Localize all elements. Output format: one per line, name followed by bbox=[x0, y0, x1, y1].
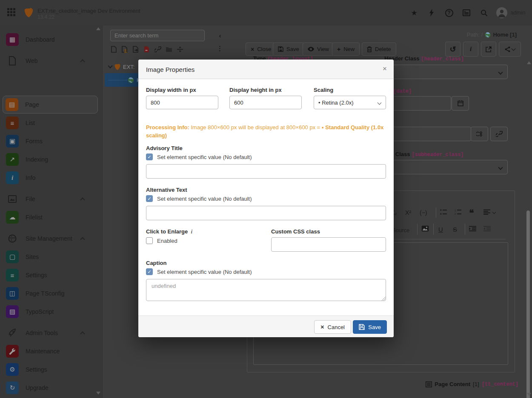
page-info-button[interactable]: i bbox=[463, 42, 478, 57]
new-shortcut-page-icon[interactable] bbox=[132, 45, 139, 53]
folder-icon[interactable] bbox=[166, 45, 172, 53]
rte-underline-button[interactable]: U bbox=[438, 226, 443, 233]
chevron-up-icon[interactable] bbox=[80, 237, 85, 242]
sidebar-section-file[interactable]: File bbox=[3, 190, 99, 208]
display-width-input[interactable] bbox=[146, 96, 218, 109]
rte-alignment-chevron-icon[interactable] bbox=[493, 211, 495, 213]
rte-softhyphen-button[interactable]: (−) bbox=[420, 209, 427, 216]
modal-save-button[interactable]: Save bbox=[353, 320, 387, 334]
link-browse-button[interactable] bbox=[490, 127, 508, 141]
sidebar-item-upgrade[interactable]: ↻ Upgrade bbox=[3, 379, 99, 397]
clear-cache-bolt-icon[interactable] bbox=[426, 7, 437, 18]
path-page[interactable]: Home [1] bbox=[493, 31, 517, 38]
open-new-window-button[interactable] bbox=[481, 42, 496, 57]
advisory-title-input[interactable] bbox=[146, 164, 386, 179]
advisory-title-checkbox[interactable]: ✓ bbox=[146, 154, 153, 160]
tree-expand-chevron-icon[interactable] bbox=[108, 63, 112, 68]
rte-blockquote-button[interactable]: ❝ bbox=[469, 208, 474, 218]
history-button[interactable]: ↺ bbox=[445, 42, 460, 57]
new-button[interactable]: + New bbox=[332, 43, 360, 56]
alternative-text-checkbox[interactable]: ✓ bbox=[146, 195, 153, 202]
custom-css-input[interactable] bbox=[271, 237, 386, 252]
sidebar-item-sites[interactable]: ▢ Sites bbox=[3, 248, 99, 266]
tree-kebab-menu[interactable]: ⋮ bbox=[217, 45, 223, 52]
record-browse-button[interactable] bbox=[471, 127, 488, 141]
separator-icon[interactable] bbox=[177, 45, 183, 53]
app-grid-icon[interactable] bbox=[7, 8, 17, 17]
sidebar-item-filelist[interactable]: ☁ Filelist bbox=[3, 208, 99, 226]
scrollbar-thumb[interactable] bbox=[526, 210, 530, 398]
scroll-down-arrow[interactable] bbox=[527, 393, 531, 396]
rte-source-button[interactable]: Source bbox=[392, 227, 409, 233]
caption-label: Caption bbox=[146, 260, 166, 266]
rte-bulleted-list-button[interactable] bbox=[440, 209, 447, 215]
view-button[interactable]: View bbox=[303, 43, 334, 56]
search-icon[interactable] bbox=[478, 7, 489, 18]
info-icon[interactable]: i bbox=[191, 228, 192, 235]
username-label[interactable]: admin bbox=[510, 9, 525, 16]
modal-close-icon[interactable]: × bbox=[383, 65, 387, 73]
display-height-input[interactable] bbox=[229, 96, 302, 109]
delete-button[interactable]: Delete bbox=[362, 43, 396, 56]
rte-indent-button[interactable] bbox=[469, 226, 476, 231]
scroll-up-arrow[interactable] bbox=[527, 61, 531, 64]
cancel-button[interactable]: × Cancel bbox=[314, 320, 351, 334]
upgrade-refresh-icon: ↻ bbox=[6, 381, 19, 394]
new-page-user-icon[interactable] bbox=[121, 45, 128, 53]
sidebar-item-maintenance[interactable]: Maintenance bbox=[3, 342, 99, 360]
textarea-resize-handle[interactable] bbox=[382, 297, 386, 301]
bookmark-star-icon[interactable]: ★ bbox=[409, 7, 420, 18]
rte-strikethrough-button[interactable]: S bbox=[453, 226, 457, 233]
save-button[interactable]: Save bbox=[273, 43, 304, 56]
sidebar-item-info[interactable]: i Info bbox=[3, 169, 99, 187]
header-class-select[interactable] bbox=[384, 65, 508, 79]
chevron-up-icon[interactable] bbox=[80, 197, 85, 202]
sidebar-scroll-down[interactable] bbox=[96, 392, 100, 395]
rte-superscript-button[interactable]: X² bbox=[405, 209, 411, 216]
sidebar-section-web[interactable]: Web bbox=[3, 52, 99, 70]
sidebar-section-admin-tools[interactable]: Admin Tools bbox=[3, 324, 99, 342]
chevron-up-icon[interactable] bbox=[80, 59, 85, 64]
rte-image-button[interactable] bbox=[421, 225, 429, 232]
click-to-enlarge-label: Click to Enlarge i bbox=[146, 228, 192, 235]
sidebar-item-site-settings[interactable]: ≡ Settings bbox=[3, 266, 99, 284]
sidebar-item-forms[interactable]: ▣ Forms bbox=[3, 132, 99, 150]
caption-checkbox[interactable]: ✓ bbox=[146, 268, 153, 275]
sidebar-item-dashboard[interactable]: ▦ Dashboard bbox=[3, 31, 99, 48]
new-page-icon[interactable] bbox=[110, 45, 117, 53]
caption-textarea[interactable] bbox=[146, 279, 386, 301]
share-button[interactable] bbox=[499, 42, 521, 57]
link-icon[interactable] bbox=[154, 45, 161, 53]
home-globe-icon bbox=[128, 77, 134, 83]
sidebar-item-typoscript[interactable]: ▨ TypoScript bbox=[3, 303, 99, 321]
datepicker-button[interactable] bbox=[452, 96, 469, 111]
tree-root-node[interactable]: EXT: bbox=[109, 62, 134, 71]
calendar-icon bbox=[458, 100, 463, 106]
display-width-label: Display width in px bbox=[146, 87, 196, 93]
content-scrollbar[interactable] bbox=[527, 60, 531, 398]
help-icon[interactable]: ? bbox=[443, 7, 455, 18]
sidebar-scroll-up[interactable] bbox=[96, 27, 100, 30]
tree-collapse-button[interactable]: ‹ bbox=[216, 30, 224, 40]
close-button[interactable]: × Close bbox=[246, 43, 276, 56]
rte-outdent-button[interactable] bbox=[483, 226, 491, 231]
hidden-page-icon[interactable] bbox=[143, 45, 150, 53]
sidebar-item-page[interactable]: ▤ Page bbox=[3, 96, 98, 114]
scaling-select[interactable]: • Retina (2.0x) bbox=[314, 96, 386, 109]
sidebar-item-admin-settings[interactable]: ⚙ Settings bbox=[3, 361, 99, 378]
sidebar-item-page-tsconfig[interactable]: ◫ Page TSconfig bbox=[3, 284, 99, 302]
avatar[interactable] bbox=[496, 7, 507, 18]
systeminfo-icon[interactable] bbox=[461, 7, 472, 18]
rte-numbered-list-button[interactable]: 12 bbox=[455, 209, 461, 215]
sidebar-item-indexing[interactable]: ↗ Indexing bbox=[3, 151, 99, 168]
chevron-up-icon[interactable] bbox=[80, 331, 85, 336]
sidebar-item-list[interactable]: ≡ List bbox=[3, 114, 99, 132]
alternative-text-input[interactable] bbox=[146, 206, 386, 220]
external-link-icon bbox=[486, 46, 492, 52]
sidebar-section-site-management[interactable]: Site Management bbox=[3, 230, 99, 247]
rte-alignment-button[interactable] bbox=[483, 209, 490, 215]
svg-text:2: 2 bbox=[455, 213, 456, 215]
enabled-checkbox[interactable] bbox=[146, 237, 153, 244]
tree-search-input[interactable] bbox=[110, 30, 205, 41]
module-menu: ▦ Dashboard Web ▤ Page ≡ List ▣ Forms ↗ … bbox=[0, 26, 102, 398]
